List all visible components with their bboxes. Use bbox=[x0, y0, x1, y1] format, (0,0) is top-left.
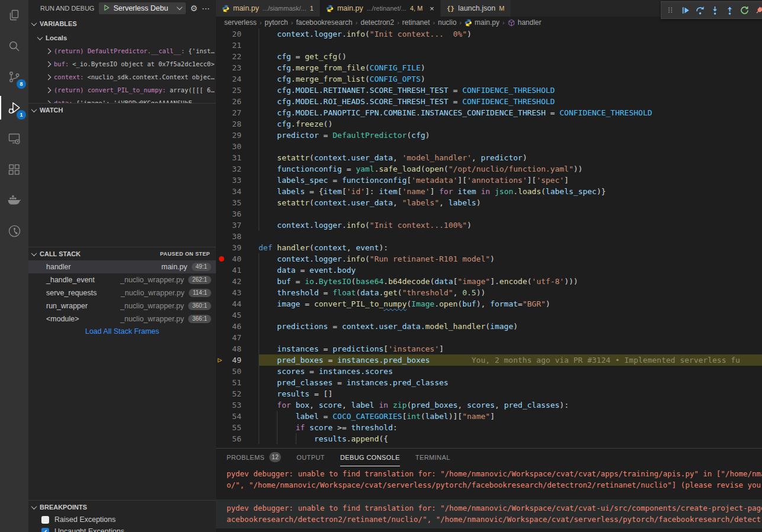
stack-frame-row[interactable]: _handle_event_nuclio_wrapper.py262:1 bbox=[28, 273, 216, 286]
breadcrumb-item-handler[interactable]: handler bbox=[508, 18, 541, 27]
activity-item-git-graph[interactable] bbox=[0, 215, 28, 246]
panel-tab-debug-console[interactable]: DEBUG CONSOLE bbox=[340, 449, 400, 466]
gutter[interactable]: 33 bbox=[216, 175, 259, 186]
breadcrumb-item-pytorch[interactable]: pytorch bbox=[264, 18, 288, 27]
code-line-27[interactable]: 27 cfg.MODEL.PANOPTIC_FPN.COMBINE.INSTAN… bbox=[216, 107, 762, 118]
panel-tab-problems[interactable]: PROBLEMS12 bbox=[227, 449, 281, 466]
panel-tab-output[interactable]: OUTPUT bbox=[296, 449, 325, 466]
gutter[interactable]: 43 bbox=[216, 287, 259, 298]
gutter[interactable]: 25 bbox=[216, 85, 259, 96]
activity-item-extensions[interactable] bbox=[0, 154, 28, 185]
gutter[interactable]: 46 bbox=[216, 321, 259, 332]
gutter[interactable]: 35 bbox=[216, 197, 259, 208]
gutter[interactable]: 56 bbox=[216, 433, 259, 444]
activity-item-explorer[interactable] bbox=[0, 0, 28, 31]
code-line-55[interactable]: 55 if score >= threshold: bbox=[216, 422, 762, 433]
editor-tab-main.py[interactable]: main.py.../siammask/...1 bbox=[216, 0, 320, 17]
gutter[interactable]: 45 bbox=[216, 309, 259, 321]
checkbox-unchecked[interactable] bbox=[41, 516, 49, 524]
breakpoint-row[interactable]: ✓Uncaught Exceptions bbox=[28, 525, 216, 532]
gutter[interactable]: 22 bbox=[216, 51, 259, 62]
code-line-41[interactable]: 41 data = event.body bbox=[216, 265, 762, 276]
activity-item-search[interactable] bbox=[0, 31, 28, 62]
gutter[interactable]: 44 bbox=[216, 298, 259, 309]
stack-frame-row[interactable]: serve_requests_nuclio_wrapper.py114:1 bbox=[28, 286, 216, 299]
code-line-24[interactable]: 24 cfg.merge_from_list(CONFIG_OPTS) bbox=[216, 73, 762, 85]
restart-button[interactable] bbox=[738, 4, 751, 17]
code-line-42[interactable]: 42 buf = io.BytesIO(base64.b64decode(dat… bbox=[216, 276, 762, 287]
step-into-button[interactable] bbox=[708, 4, 721, 17]
debug-config-select[interactable]: Serverless Debu bbox=[99, 2, 186, 14]
code-line-35[interactable]: 35 setattr(context.user_data, "labels", … bbox=[216, 197, 762, 208]
gutter[interactable]: 27 bbox=[216, 107, 259, 118]
gutter[interactable]: 21 bbox=[216, 40, 259, 51]
code-line-31[interactable]: 31 setattr(context.user_data, 'model_han… bbox=[216, 152, 762, 163]
code-line-25[interactable]: 25 cfg.MODEL.RETINANET.SCORE_THRESH_TEST… bbox=[216, 85, 762, 96]
breakpoint-row[interactable]: Raised Exceptions bbox=[28, 514, 216, 525]
code-line-47[interactable]: 47 bbox=[216, 332, 762, 343]
panel-tab-terminal[interactable]: TERMINAL bbox=[415, 449, 450, 466]
variable-row[interactable]: data:{'image': 'iVBORw0KGgoAAAANSUhE… bbox=[28, 96, 216, 103]
variable-row[interactable]: (return) convert_PIL_to_numpy:array([[[ … bbox=[28, 83, 216, 96]
disconnect-button[interactable] bbox=[753, 4, 762, 17]
code-line-22[interactable]: 22 cfg = get_cfg() bbox=[216, 51, 762, 62]
variable-row[interactable]: (return) DefaultPredictor.__call__:{'ins… bbox=[28, 44, 216, 57]
gutter[interactable]: 50 bbox=[216, 366, 259, 377]
code-line-50[interactable]: 50 scores = instances.scores bbox=[216, 366, 762, 377]
code-line-26[interactable]: 26 cfg.MODEL.ROI_HEADS.SCORE_THRESH_TEST… bbox=[216, 96, 762, 107]
code-line-32[interactable]: 32 functionconfig = yaml.safe_load(open(… bbox=[216, 163, 762, 175]
code-line-54[interactable]: 54 label = COCO_CATEGORIES[int(label)]["… bbox=[216, 411, 762, 422]
breadcrumb-item-nuclio[interactable]: nuclio bbox=[438, 18, 456, 27]
code-line-46[interactable]: 46 predictions = context.user_data.model… bbox=[216, 321, 762, 332]
more-actions-icon[interactable]: ⋯ bbox=[202, 4, 210, 12]
code-line-36[interactable]: 36 bbox=[216, 208, 762, 220]
gutter[interactable]: 36 bbox=[216, 208, 259, 220]
activity-item-source-control[interactable]: 8 bbox=[0, 62, 28, 92]
code-line-48[interactable]: 48 instances = predictions['instances'] bbox=[216, 343, 762, 354]
checkbox-checked[interactable]: ✓ bbox=[41, 528, 49, 532]
breakpoint-icon[interactable] bbox=[219, 256, 224, 262]
breadcrumb-item-main.py[interactable]: main.py bbox=[464, 18, 499, 27]
code-line-33[interactable]: 33 labels_spec = functionconfig['metadat… bbox=[216, 175, 762, 186]
gutter[interactable]: 28 bbox=[216, 118, 259, 130]
variable-row[interactable]: context:<nuclio_sdk.context.Context obje… bbox=[28, 70, 216, 83]
gutter[interactable]: 31 bbox=[216, 152, 259, 163]
breadcrumb-item-serverless[interactable]: serverless bbox=[224, 18, 257, 27]
stack-frame-row[interactable]: run_wrapper_nuclio_wrapper.py360:1 bbox=[28, 299, 216, 312]
gutter[interactable]: 55 bbox=[216, 422, 259, 433]
continue-button[interactable] bbox=[679, 4, 692, 17]
code-line-28[interactable]: 28 cfg.freeze() bbox=[216, 118, 762, 130]
gutter[interactable]: 20 bbox=[216, 28, 259, 40]
activity-item-docker[interactable] bbox=[0, 185, 28, 215]
code-line-30[interactable]: 30 bbox=[216, 141, 762, 152]
code-line-20[interactable]: 20 context.logger.info("Init context... … bbox=[216, 28, 762, 40]
code-line-49[interactable]: ▷49 pred_boxes = instances.pred_boxesYou… bbox=[216, 354, 762, 366]
code-line-44[interactable]: 44 image = convert_PIL_to_numpy(Image.op… bbox=[216, 298, 762, 309]
step-out-button[interactable] bbox=[723, 4, 736, 17]
gear-icon[interactable]: ⚙ bbox=[190, 4, 198, 12]
code-line-38[interactable]: 38 bbox=[216, 231, 762, 242]
gutter[interactable]: 38 bbox=[216, 231, 259, 242]
breakpoints-section-header[interactable]: BREAKPOINTS bbox=[28, 500, 216, 514]
gutter[interactable]: 26 bbox=[216, 96, 259, 107]
gutter[interactable]: 37 bbox=[216, 220, 259, 231]
gutter[interactable]: 41 bbox=[216, 265, 259, 276]
code-line-43[interactable]: 43 threshold = float(data.get("threshold… bbox=[216, 287, 762, 298]
stack-frame-row[interactable]: handlermain.py49:1 bbox=[28, 260, 216, 273]
gutter[interactable]: 42 bbox=[216, 276, 259, 287]
code-line-34[interactable]: 34 labels = {item['id']: item['name'] fo… bbox=[216, 186, 762, 197]
activity-item-run-and-debug[interactable]: 1 bbox=[0, 92, 28, 123]
gutter[interactable]: 53 bbox=[216, 399, 259, 411]
gutter[interactable]: 39 bbox=[216, 242, 259, 253]
code-line-40[interactable]: 40 context.logger.info("Run retinanet-R1… bbox=[216, 253, 762, 265]
gutter[interactable]: 48 bbox=[216, 343, 259, 354]
variable-row[interactable]: buf:<_io.BytesIO object at 0x7f5a2dc1ecc… bbox=[28, 57, 216, 70]
code-line-51[interactable]: 51 pred_classes = instances.pred_classes bbox=[216, 377, 762, 388]
call-stack-section-header[interactable]: CALL STACK PAUSED ON STEP bbox=[28, 247, 216, 260]
load-all-stack-frames-link[interactable]: Load All Stack Frames bbox=[28, 325, 216, 337]
code-line-39[interactable]: 39def handler(context, event): bbox=[216, 242, 762, 253]
gutter[interactable]: 32 bbox=[216, 163, 259, 175]
breadcrumb-item-retinanet[interactable]: retinanet bbox=[402, 18, 430, 27]
code-line-52[interactable]: 52 results = [] bbox=[216, 388, 762, 399]
scope-locals[interactable]: Locals bbox=[28, 31, 216, 44]
